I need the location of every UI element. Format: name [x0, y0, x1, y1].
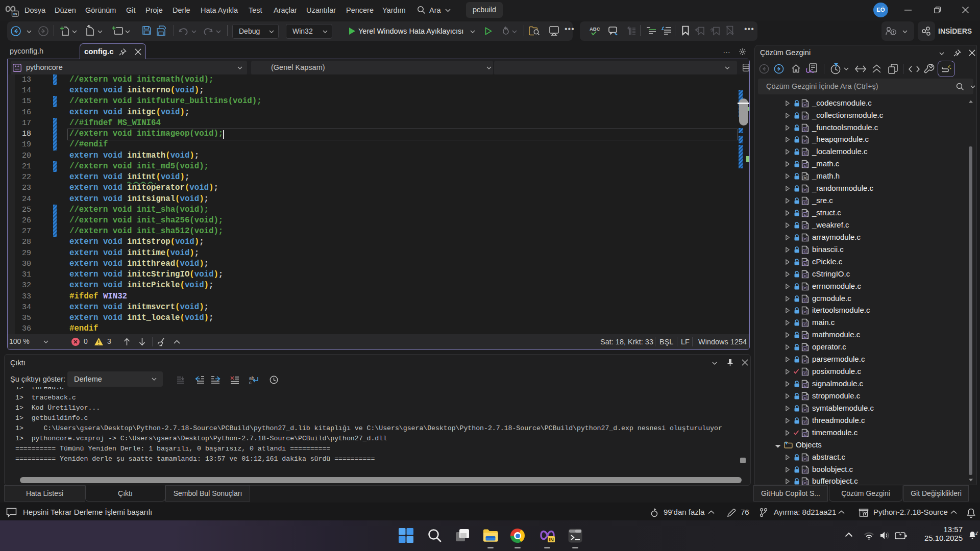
svg-text:IN: IN [13, 12, 17, 16]
svg-text:IN: IN [549, 537, 554, 542]
svg-text:z: z [977, 531, 978, 534]
svg-text:ABC: ABC [590, 26, 600, 32]
svg-text:c: c [249, 380, 252, 385]
